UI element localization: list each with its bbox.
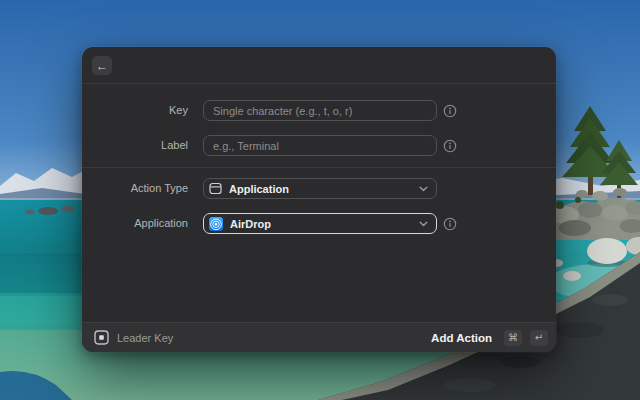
window-titlebar[interactable]: ← (82, 47, 556, 84)
key-input[interactable] (203, 100, 437, 121)
application-value: AirDrop (230, 218, 412, 230)
window-footer: Leader Key Add Action ⌘ ↵ (82, 322, 556, 352)
command-key-icon: ⌘ (504, 330, 522, 346)
return-key-icon: ↵ (530, 330, 548, 346)
chevron-down-icon (419, 221, 428, 227)
leader-key-action-dialog: ← Key Label Action Type Application (82, 47, 556, 352)
label-info-icon[interactable] (443, 139, 457, 153)
application-window-icon (209, 182, 222, 195)
leader-key-logo-icon (94, 330, 109, 345)
application-label: Application (82, 213, 188, 234)
back-button[interactable]: ← (92, 56, 112, 75)
key-field-label: Key (82, 100, 188, 121)
back-arrow-icon: ← (96, 60, 108, 72)
chevron-down-icon (419, 186, 428, 192)
application-info-icon[interactable] (443, 217, 457, 231)
action-type-dropdown[interactable]: Application (203, 178, 437, 199)
add-action-button[interactable]: Add Action (431, 332, 492, 344)
form-section-divider (82, 167, 556, 168)
key-info-icon[interactable] (443, 104, 457, 118)
footer-brand: Leader Key (94, 330, 423, 345)
action-type-label: Action Type (82, 178, 188, 199)
airdrop-icon (209, 217, 223, 231)
label-field-label: Label (82, 135, 188, 156)
action-type-value: Application (229, 183, 412, 195)
label-input[interactable] (203, 135, 437, 156)
application-dropdown[interactable]: AirDrop (203, 213, 437, 234)
footer-app-name: Leader Key (117, 332, 173, 344)
